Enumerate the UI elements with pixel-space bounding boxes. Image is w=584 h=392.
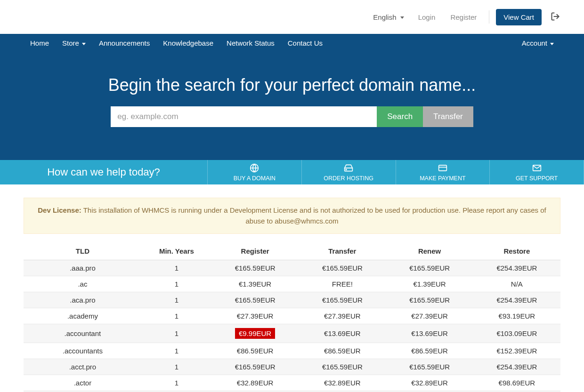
nav-store[interactable]: Store <box>56 34 92 52</box>
tile-order-hosting[interactable]: ORDER HOSTING <box>301 160 396 184</box>
cell-renew: €32.89EUR <box>386 375 473 391</box>
view-cart-button[interactable]: View Cart <box>496 9 542 25</box>
tile-label: BUY A DOMAIN <box>234 175 276 182</box>
hdd-icon <box>344 163 353 174</box>
globe-icon <box>250 163 259 174</box>
cell-tld: .accountant <box>24 324 142 343</box>
cell-min-years: 1 <box>142 359 211 375</box>
caret-down-icon <box>400 13 404 21</box>
alert-text: This installation of WHMCS is running un… <box>83 206 546 225</box>
cell-min-years: 1 <box>142 343 211 359</box>
tile-label: GET SUPPORT <box>516 175 558 182</box>
cell-register: €1.39EUR <box>211 276 299 292</box>
table-row: .aaa.pro1€165.59EUR€165.59EUR€165.59EUR€… <box>24 260 560 276</box>
cell-restore: €98.69EUR <box>473 375 560 391</box>
svg-rect-5 <box>439 165 447 171</box>
cell-register: €165.59EUR <box>211 260 299 276</box>
cell-restore: €152.39EUR <box>473 343 560 359</box>
cell-transfer: €86.59EUR <box>299 343 386 359</box>
nav-network-status[interactable]: Network Status <box>220 34 281 52</box>
tile-buy-domain[interactable]: BUY A DOMAIN <box>207 160 301 184</box>
login-link[interactable]: Login <box>413 10 441 24</box>
domain-search-row: Search Transfer <box>0 106 584 127</box>
dev-license-alert: Dev License: This installation of WHMCS … <box>24 198 560 234</box>
tile-label: MAKE PAYMENT <box>420 175 465 182</box>
th-transfer: Transfer <box>299 242 386 260</box>
cell-restore: €254.39EUR <box>473 292 560 308</box>
cell-transfer: FREE! <box>299 276 386 292</box>
nav-account[interactable]: Account <box>515 34 560 52</box>
table-row: .acct.pro1€165.59EUR€165.59EUR€165.59EUR… <box>24 359 560 375</box>
hero: Begin the search for your perfect domain… <box>0 52 584 160</box>
tile-label: ORDER HOSTING <box>324 175 373 182</box>
nav-right: Account <box>515 34 560 52</box>
topbar: English Login Register View Cart <box>0 0 584 34</box>
language-selector[interactable]: English <box>368 10 408 24</box>
navbar: Home Store Announcements Knowledgebase N… <box>0 34 584 52</box>
cell-restore: €103.09EUR <box>473 324 560 343</box>
search-button[interactable]: Search <box>377 106 423 127</box>
cell-register: €27.39EUR <box>211 308 299 324</box>
nav-announcements[interactable]: Announcements <box>92 34 156 52</box>
domain-search-input[interactable] <box>111 106 377 127</box>
nav-knowledgebase[interactable]: Knowledgebase <box>156 34 220 52</box>
cell-restore: €254.39EUR <box>473 359 560 375</box>
cell-renew: €1.39EUR <box>386 276 473 292</box>
cell-min-years: 1 <box>142 276 211 292</box>
nav-contact-us[interactable]: Contact Us <box>281 34 329 52</box>
cell-min-years: 1 <box>142 375 211 391</box>
main-container: Dev License: This installation of WHMCS … <box>24 198 560 392</box>
divider <box>489 10 489 24</box>
alert-strong: Dev License: <box>38 206 81 214</box>
th-renew: Renew <box>386 242 473 260</box>
cell-transfer: €13.69EUR <box>299 324 386 343</box>
table-row: .aca.pro1€165.59EUR€165.59EUR€165.59EUR€… <box>24 292 560 308</box>
sale-badge: €9.99EUR <box>235 328 275 339</box>
language-label: English <box>373 13 396 21</box>
cell-min-years: 1 <box>142 324 211 343</box>
table-row: .actor1€32.89EUR€32.89EUR€32.89EUR€98.69… <box>24 375 560 391</box>
th-min-years: Min. Years <box>142 242 211 260</box>
cell-register: €86.59EUR <box>211 343 299 359</box>
cell-tld: .acct.pro <box>24 359 142 375</box>
table-row: .academy1€27.39EUR€27.39EUR€27.39EUR€93.… <box>24 308 560 324</box>
help-row: How can we help today? BUY A DOMAIN ORDE… <box>0 160 584 184</box>
cell-tld: .accountants <box>24 343 142 359</box>
th-register: Register <box>211 242 299 260</box>
cell-min-years: 1 <box>142 260 211 276</box>
cell-register: €165.59EUR <box>211 359 299 375</box>
cell-register: €165.59EUR <box>211 292 299 308</box>
table-row: .accountants1€86.59EUR€86.59EUR€86.59EUR… <box>24 343 560 359</box>
cell-register: €32.89EUR <box>211 375 299 391</box>
cell-renew: €86.59EUR <box>386 343 473 359</box>
caret-down-icon <box>82 39 86 47</box>
cell-min-years: 1 <box>142 308 211 324</box>
register-link[interactable]: Register <box>445 10 482 24</box>
th-tld: TLD <box>24 242 142 260</box>
nav-store-label: Store <box>62 39 79 47</box>
cell-renew: €165.59EUR <box>386 359 473 375</box>
sign-out-icon[interactable] <box>550 12 560 23</box>
nav-left: Home Store Announcements Knowledgebase N… <box>24 34 329 52</box>
th-restore: Restore <box>473 242 560 260</box>
envelope-icon <box>532 163 542 174</box>
cell-tld: .actor <box>24 375 142 391</box>
cell-tld: .academy <box>24 308 142 324</box>
cell-renew: €165.59EUR <box>386 292 473 308</box>
cell-min-years: 1 <box>142 292 211 308</box>
cell-tld: .aca.pro <box>24 292 142 308</box>
cell-register: €9.99EUR <box>211 324 299 343</box>
tile-get-support[interactable]: GET SUPPORT <box>489 160 584 184</box>
tile-make-payment[interactable]: MAKE PAYMENT <box>396 160 490 184</box>
table-row: .ac1€1.39EURFREE!€1.39EURN/A <box>24 276 560 292</box>
cell-renew: €27.39EUR <box>386 308 473 324</box>
cell-restore: €254.39EUR <box>473 260 560 276</box>
nav-home[interactable]: Home <box>24 34 56 52</box>
cell-renew: €13.69EUR <box>386 324 473 343</box>
nav-account-label: Account <box>522 39 547 47</box>
transfer-button[interactable]: Transfer <box>423 106 473 127</box>
cell-transfer: €165.59EUR <box>299 292 386 308</box>
cell-transfer: €32.89EUR <box>299 375 386 391</box>
cell-tld: .aaa.pro <box>24 260 142 276</box>
help-text: How can we help today? <box>0 160 207 184</box>
